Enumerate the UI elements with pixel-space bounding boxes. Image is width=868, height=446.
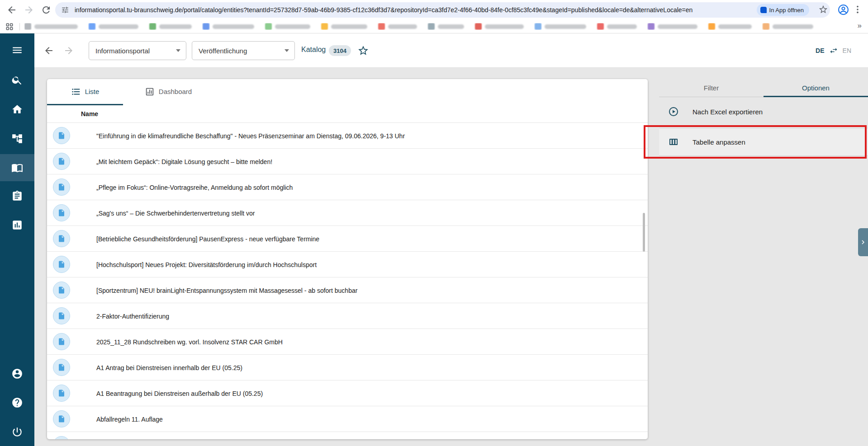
list-icon: [71, 87, 81, 97]
site-settings-icon[interactable]: [61, 6, 69, 14]
bookmark-label-blurred: [275, 24, 310, 29]
document-icon: [57, 286, 66, 294]
bookmark-item[interactable]: [149, 23, 192, 30]
bookmark-label-blurred: [773, 24, 813, 29]
bookmark-item[interactable]: [203, 23, 254, 30]
adjust-table-label: Tabelle anpassen: [693, 138, 745, 146]
list-item[interactable]: 2-Faktor-Authentifizierung: [47, 303, 648, 329]
document-avatar: [53, 282, 70, 299]
language-switcher[interactable]: DE EN: [816, 46, 851, 55]
bookmark-item[interactable]: [428, 23, 464, 30]
list-item[interactable]: "Einführung in die klimafreundliche Besc…: [47, 123, 648, 149]
panel-collapse-chevron[interactable]: [858, 228, 868, 256]
list-item[interactable]: A1 Antrag bei Dienstreisen innerhalb der…: [47, 355, 648, 380]
bookmark-label-blurred: [331, 24, 367, 29]
bookmark-label-blurred: [34, 24, 78, 29]
browser-profile-icon[interactable]: [838, 4, 849, 15]
bookmark-item[interactable]: [535, 23, 586, 30]
bookmark-item[interactable]: [265, 23, 310, 30]
app-forward-icon[interactable]: [63, 45, 74, 56]
list-item[interactable]: „Mit leichtem Gepäck“: Digitale Lösung g…: [47, 149, 648, 174]
tab-dashboard[interactable]: Dashboard: [123, 79, 213, 104]
bookmark-label-blurred: [485, 24, 524, 29]
address-bar[interactable]: informationsportal.tu-braunschweig.de/po…: [55, 2, 830, 18]
publication-select-value: Veröffentlichung: [199, 47, 247, 55]
bookmark-item[interactable]: [89, 23, 138, 30]
bookmark-item[interactable]: [475, 23, 524, 30]
favorite-star-icon[interactable]: [357, 45, 369, 56]
apps-grid-icon[interactable]: [5, 22, 14, 31]
list-scrollbar-thumb[interactable]: [643, 213, 645, 252]
app-back-icon[interactable]: [43, 45, 54, 56]
export-excel-menu-item[interactable]: Nach Excel exportieren: [659, 102, 868, 122]
column-header-name: Name: [81, 110, 98, 117]
list-item-partial[interactable]: [47, 432, 648, 439]
tab-liste[interactable]: Liste: [47, 79, 123, 104]
list-item[interactable]: [Betriebliche Gesundheitsförderung] Paus…: [47, 226, 648, 252]
bookmark-favicon: [428, 23, 435, 30]
bookmark-list: [24, 23, 824, 30]
chevron-right-icon: [859, 238, 867, 246]
bookmark-star-icon[interactable]: [818, 5, 828, 14]
browser-forward-icon[interactable]: [24, 5, 34, 15]
document-icon: [57, 415, 66, 423]
adjust-table-menu-item[interactable]: Tabelle anpassen: [659, 128, 868, 156]
publication-select[interactable]: Veröffentlichung: [192, 41, 295, 60]
document-avatar: [53, 230, 70, 247]
document-avatar: [53, 307, 70, 324]
open-in-app-chip[interactable]: In App öffnen: [757, 4, 809, 16]
search-icon[interactable]: [11, 74, 23, 86]
home-icon[interactable]: [11, 103, 23, 115]
tab-optionen[interactable]: Optionen: [764, 79, 868, 96]
bookmark-item[interactable]: [597, 23, 637, 30]
portal-select[interactable]: Informationsportal: [89, 41, 186, 60]
language-de[interactable]: DE: [816, 47, 824, 54]
bookmark-favicon: [763, 23, 769, 30]
account-icon[interactable]: [11, 368, 23, 380]
bookmark-favicon: [597, 23, 604, 30]
tab-dashboard-label: Dashboard: [159, 88, 192, 95]
language-en[interactable]: EN: [843, 47, 851, 54]
bookmarks-overflow-chevron[interactable]: »: [858, 21, 862, 30]
catalog-book-icon[interactable]: [11, 162, 23, 174]
menu-icon[interactable]: [11, 44, 23, 56]
swap-language-icon[interactable]: [829, 46, 838, 55]
document-icon: [57, 183, 66, 191]
document-avatar: [53, 204, 70, 221]
statistics-chart-icon[interactable]: [11, 219, 23, 231]
play-circle-icon: [668, 106, 679, 117]
browser-back-icon[interactable]: [6, 5, 17, 15]
structure-tree-icon[interactable]: [11, 133, 23, 145]
bookmark-item[interactable]: [321, 23, 367, 30]
app-header: Informationsportal Veröffentlichung Kata…: [34, 33, 868, 68]
document-icon: [57, 260, 66, 268]
bookmark-item[interactable]: [24, 23, 78, 30]
list-item[interactable]: „Sag's uns“ – Die Schwerbehindertenvertr…: [47, 200, 648, 226]
list-item[interactable]: „Pflege im Fokus“: Online-Vortragsreihe,…: [47, 174, 648, 200]
tab-filter[interactable]: Filter: [659, 79, 764, 96]
browser-menu-icon[interactable]: [853, 5, 863, 14]
bookmarks-bar: [0, 20, 868, 33]
document-avatar: [53, 359, 70, 376]
document-icon: [57, 209, 66, 217]
tasks-clipboard-icon[interactable]: [11, 190, 23, 202]
bookmark-item[interactable]: [763, 23, 813, 30]
inactive-tab-line: [659, 97, 764, 97]
url-text[interactable]: informationsportal.tu-braunschweig.de/po…: [75, 6, 757, 14]
bookmark-item[interactable]: [708, 23, 752, 30]
logout-power-icon[interactable]: [11, 426, 23, 438]
browser-reload-icon[interactable]: [41, 5, 52, 15]
list-item[interactable]: A1 Beantragung bei Dienstreisen außerhal…: [47, 380, 648, 406]
list-item-label: [Hochschulsport] Neues Projekt: Diversit…: [96, 252, 317, 277]
bookmark-item[interactable]: [378, 23, 417, 30]
bookmark-item[interactable]: [648, 23, 697, 30]
document-icon: [57, 363, 66, 371]
bookmark-favicon: [203, 23, 209, 30]
list-item[interactable]: Abfallregeln 11. Auflage: [47, 406, 648, 432]
list-item[interactable]: [Hochschulsport] Neues Projekt: Diversit…: [47, 252, 648, 277]
list-item-label: "Einführung in die klimafreundliche Besc…: [96, 123, 405, 149]
help-icon[interactable]: [11, 397, 23, 408]
document-icon: [57, 235, 66, 243]
list-item[interactable]: [Sportzentrum] NEU! brainLight-Entspannu…: [47, 277, 648, 303]
list-item[interactable]: 2025_11_28 Rundschreiben wg. vorl. Insol…: [47, 329, 648, 355]
